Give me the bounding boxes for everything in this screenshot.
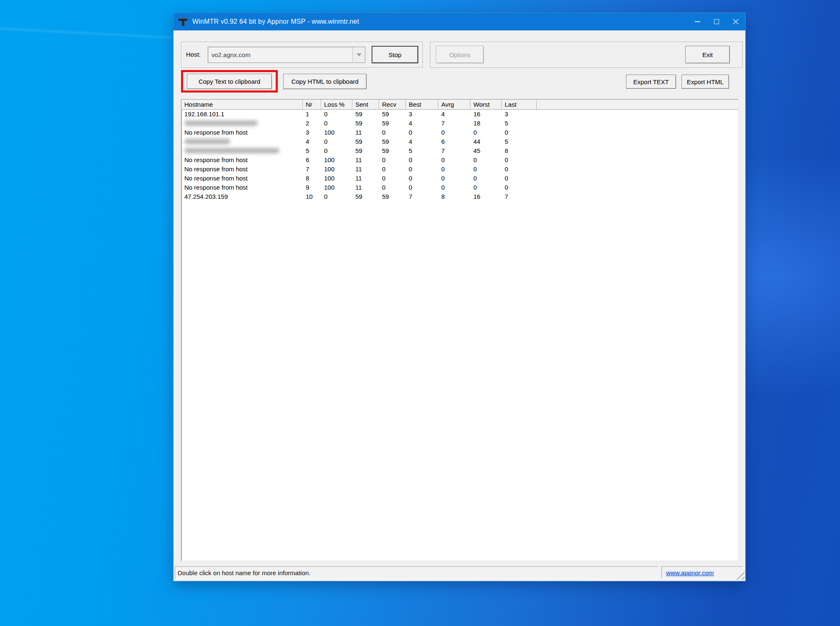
- column-header-nr[interactable]: Nr: [303, 100, 321, 109]
- table-row[interactable]: 50595957458: [181, 146, 738, 155]
- status-link-section: www.appnor.com: [661, 566, 743, 579]
- cell-loss: 0: [321, 110, 352, 119]
- table-row[interactable]: No response from host71001100000: [181, 165, 738, 174]
- column-header-worst[interactable]: Worst: [470, 100, 502, 109]
- cell-best: 0: [406, 155, 438, 165]
- copy-text-highlight-box: Copy Text to clipboard: [181, 70, 278, 93]
- winmtr-window: WinMTR v0.92 64 bit by Appnor MSP - www.…: [173, 13, 746, 581]
- cell-avrg: 7: [438, 146, 470, 155]
- table-row[interactable]: No response from host81001100000: [181, 174, 738, 183]
- cell-sent: 11: [352, 165, 379, 174]
- column-header-filler: [537, 100, 738, 109]
- combo-dropdown-button[interactable]: [352, 47, 365, 63]
- close-icon: [733, 19, 739, 25]
- cell-worst: 0: [470, 128, 502, 137]
- copy-html-button[interactable]: Copy HTML to clipboard: [283, 74, 367, 89]
- table-row[interactable]: 47.254.203.159100595978167: [181, 192, 738, 201]
- cell-last: 5: [502, 119, 537, 128]
- exit-button[interactable]: Exit: [685, 46, 730, 63]
- cell-best: 0: [406, 183, 438, 192]
- cell-nr: 6: [303, 155, 321, 165]
- cell-last: 7: [502, 192, 537, 201]
- cell-nr: 3: [303, 128, 321, 137]
- table-row[interactable]: No response from host61001100000: [181, 155, 738, 165]
- cell-recv: 0: [379, 174, 406, 183]
- cell-worst: 18: [470, 119, 502, 128]
- cell-last: 8: [502, 146, 537, 155]
- cell-avrg: 7: [438, 119, 470, 128]
- host-combobox[interactable]: vo2.agnx.com: [208, 47, 365, 63]
- table-row[interactable]: 20595947185: [181, 119, 738, 128]
- cell-recv: 0: [379, 155, 406, 165]
- cell-loss: 0: [321, 119, 352, 128]
- cell-nr: 8: [303, 174, 321, 183]
- maximize-button[interactable]: [707, 13, 726, 30]
- table-row[interactable]: 40595946445: [181, 137, 738, 146]
- cell-hostname: [181, 137, 303, 146]
- cell-loss: 0: [321, 192, 352, 201]
- cell-last: 0: [502, 128, 537, 137]
- cell-best: 0: [406, 128, 438, 137]
- cell-recv: 0: [379, 128, 406, 137]
- cell-worst: 0: [470, 165, 502, 174]
- results-table: HostnameNrLoss %SentRecvBestAvrgWorstLas…: [181, 99, 739, 561]
- export-html-button[interactable]: Export HTML: [682, 75, 729, 89]
- appnor-link[interactable]: www.appnor.com: [662, 569, 714, 576]
- cell-last: 5: [502, 137, 537, 146]
- column-header-sent[interactable]: Sent: [352, 100, 379, 109]
- cell-best: 0: [406, 174, 438, 183]
- cell-hostname: No response from host: [181, 174, 303, 183]
- desktop: WinMTR v0.92 64 bit by Appnor MSP - www.…: [0, 0, 840, 626]
- cell-loss: 100: [321, 128, 352, 137]
- cell-worst: 45: [470, 146, 502, 155]
- cell-sent: 59: [352, 119, 379, 128]
- minimize-button[interactable]: [688, 13, 707, 30]
- table-row[interactable]: 192.168.101.110595934163: [181, 110, 738, 119]
- close-button[interactable]: [726, 13, 745, 30]
- options-button[interactable]: Options: [436, 46, 484, 63]
- cell-avrg: 0: [438, 165, 470, 174]
- cell-recv: 59: [379, 192, 406, 201]
- window-title: WinMTR v0.92 64 bit by Appnor MSP - www.…: [192, 18, 359, 25]
- cell-last: 0: [502, 165, 537, 174]
- cell-hostname: No response from host: [181, 165, 303, 174]
- cell-avrg: 0: [438, 183, 470, 192]
- window-controls: [688, 13, 745, 30]
- table-row[interactable]: No response from host91001100000: [181, 183, 738, 192]
- cell-recv: 59: [379, 137, 406, 146]
- column-header-loss[interactable]: Loss %: [321, 100, 352, 109]
- column-header-avrg[interactable]: Avrg: [438, 100, 470, 109]
- titlebar[interactable]: WinMTR v0.92 64 bit by Appnor MSP - www.…: [174, 13, 745, 30]
- cell-worst: 0: [470, 183, 502, 192]
- column-header-hostname[interactable]: Hostname: [181, 100, 303, 109]
- table-row[interactable]: No response from host31001100000: [181, 128, 738, 137]
- maximize-icon: [714, 19, 719, 24]
- cell-loss: 100: [321, 165, 352, 174]
- cell-nr: 10: [303, 192, 321, 201]
- copy-text-button[interactable]: Copy Text to clipboard: [187, 74, 272, 89]
- cell-sent: 59: [352, 192, 379, 201]
- cell-hostname: 192.168.101.1: [181, 110, 303, 119]
- cell-last: 0: [502, 155, 537, 165]
- cell-hostname: No response from host: [181, 183, 303, 192]
- cell-best: 3: [406, 110, 438, 119]
- cell-best: 0: [406, 165, 438, 174]
- cell-best: 4: [406, 119, 438, 128]
- redacted-hostname: [184, 148, 279, 153]
- cell-sent: 59: [352, 137, 379, 146]
- cell-best: 4: [406, 137, 438, 146]
- stop-button[interactable]: Stop: [372, 46, 418, 63]
- column-header-recv[interactable]: Recv: [379, 100, 406, 109]
- status-message: Double click on host name for more infor…: [175, 569, 310, 576]
- cell-loss: 100: [321, 174, 352, 183]
- cell-loss: 0: [321, 146, 352, 155]
- export-text-button[interactable]: Export TEXT: [626, 75, 676, 89]
- cell-recv: 0: [379, 183, 406, 192]
- cell-sent: 11: [352, 128, 379, 137]
- redacted-hostname: [184, 120, 258, 126]
- cell-avrg: 0: [438, 128, 470, 137]
- column-header-best[interactable]: Best: [406, 100, 438, 109]
- cell-worst: 16: [470, 192, 502, 201]
- cell-avrg: 0: [438, 174, 470, 183]
- column-header-last[interactable]: Last: [502, 100, 537, 109]
